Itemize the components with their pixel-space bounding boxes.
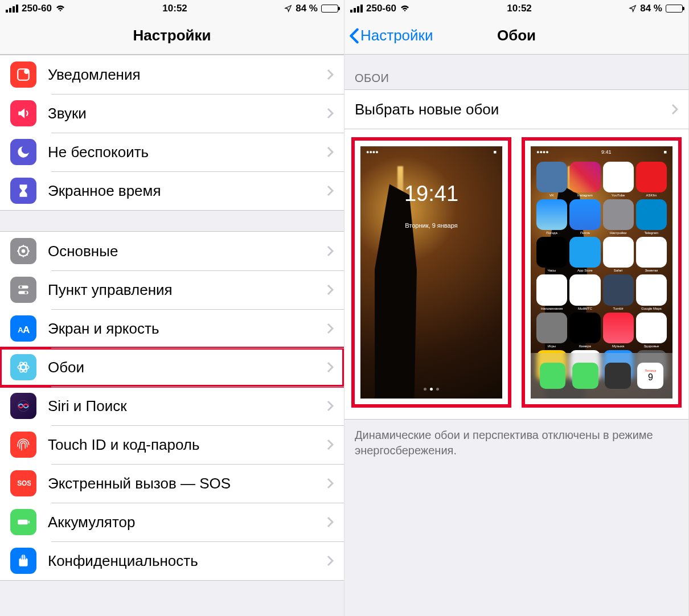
display-icon: AA [10,315,36,342]
privacy-icon [10,548,36,574]
settings-item-general[interactable]: Основные [0,232,344,270]
hs-app: Safari [603,237,634,272]
settings-item-label: Аккумулятор [48,514,327,531]
hs-app: App Store [569,237,600,272]
chevron-right-icon [327,146,334,158]
settings-item-label: Экранное время [48,182,327,200]
hs-app: Погода [536,199,567,235]
svg-text:A: A [23,324,30,335]
wallpaper-screen: 250-60 10:52 84 % Настройки Обои ОБОИ Вы… [344,0,689,616]
settings-item-notifications[interactable]: Уведомления [0,55,344,94]
sos-icon: SOS [10,470,36,496]
svg-point-3 [22,249,26,253]
chevron-right-icon [327,245,334,257]
carrier-label: 250-60 [22,3,52,14]
svg-point-1 [24,69,29,74]
hs-app: Игры [536,313,567,348]
hs-app: ASKfm [636,162,667,197]
chevron-right-icon [327,400,334,412]
svg-point-7 [24,291,27,294]
hs-app: Камера [569,313,600,348]
settings-item-label: Конфиденциальность [48,552,327,570]
settings-item-dnd[interactable]: Не беспокоить [0,133,344,171]
wallpaper-footer-note: Динамические обои и перспектива отключен… [344,420,688,463]
notifications-icon [10,61,36,88]
status-bar-right: 250-60 10:52 84 % [344,0,688,17]
wallpaper-content: ОБОИ Выбрать новые обои ●●●●■ 19:41 Втор… [344,55,688,616]
svg-rect-17 [28,521,30,523]
settings-item-screen-time[interactable]: Экранное время [0,171,344,210]
settings-item-label: Siri и Поиск [48,397,327,415]
location-icon [629,5,637,13]
wallpaper-icon [10,354,36,380]
svg-point-5 [20,286,22,288]
carrier-label: 250-60 [366,3,396,14]
settings-item-wallpaper[interactable]: Обои [0,348,344,387]
settings-item-label: Экран и яркость [48,320,327,338]
hs-app: Почта [569,199,600,235]
settings-item-sounds[interactable]: Звуки [0,94,344,133]
back-label: Настройки [360,27,433,44]
hs-app: Настройки [603,199,634,235]
nav-bar-settings: Настройки [0,17,344,55]
chevron-right-icon [327,362,334,373]
back-button[interactable]: Настройки [349,27,433,44]
lockscreen-date: Вторник, 9 января [360,222,502,229]
battery-icon [321,5,338,13]
chevron-right-icon [327,323,334,334]
signal-bars-icon [350,5,363,13]
hs-app: Напоминания [536,274,567,310]
status-time: 10:52 [507,3,531,14]
homescreen-preview[interactable]: ●●●●9:41■ VKInstagramYouTubeASKfmПогодаП… [522,137,682,408]
svg-point-11 [18,365,29,370]
control-center-icon [10,277,36,303]
lockscreen-preview[interactable]: ●●●●■ 19:41 Вторник, 9 января [351,137,511,408]
wifi-icon [400,5,410,13]
settings-item-display[interactable]: AAЭкран и яркость [0,309,344,348]
svg-text:SOS: SOS [17,479,31,487]
page-title: Настройки [133,27,211,44]
battery-pct: 84 % [296,3,318,14]
hs-app: МойМТС [569,274,600,310]
signal-bars-icon [6,5,18,13]
hs-app: VK [536,162,567,197]
settings-item-battery[interactable]: Аккумулятор [0,503,344,541]
dock-app [605,363,631,389]
dock-app [572,363,598,389]
hs-app: Здоровье [636,313,667,348]
chevron-right-icon [327,284,334,295]
settings-item-label: Звуки [48,105,327,122]
hs-app: Google Maps [636,274,667,310]
hs-app: Часы [536,237,567,272]
general-icon [10,238,36,264]
chevron-right-icon [327,185,334,196]
wallpaper-previews: ●●●●■ 19:41 Вторник, 9 января ●●●●9:41■ … [344,129,688,420]
settings-item-label: Основные [48,243,327,260]
chevron-right-icon [327,108,334,119]
settings-item-siri[interactable]: Siri и Поиск [0,387,344,425]
settings-item-privacy[interactable]: Конфиденциальность [0,541,344,580]
settings-item-control-center[interactable]: Пункт управления [0,270,344,309]
status-time: 10:52 [162,3,187,14]
hs-app: Instagram [569,162,600,197]
wifi-icon [55,5,65,13]
choose-new-wallpaper-label: Выбрать новые обои [355,101,671,118]
screen-time-icon [10,178,36,204]
settings-item-sos[interactable]: SOSЭкстренный вызов — SOS [0,464,344,503]
choose-new-wallpaper-cell[interactable]: Выбрать новые обои [344,90,688,129]
touch-id-icon [10,432,36,458]
settings-item-label: Экстренный вызов — SOS [48,475,327,492]
svg-rect-16 [18,520,27,525]
settings-item-label: Обои [48,359,327,376]
chevron-right-icon [327,439,334,450]
settings-item-label: Уведомления [48,66,327,84]
settings-item-touch-id[interactable]: Touch ID и код-пароль [0,425,344,464]
chevron-right-icon [327,478,334,489]
settings-screen: 250-60 10:52 84 % Настройки УведомленияЗ… [0,0,344,616]
dock-app: Пятница9 [637,363,663,389]
siri-icon [10,393,36,419]
chevron-right-icon [327,69,334,80]
settings-list[interactable]: УведомленияЗвукиНе беспокоитьЭкранное вр… [0,55,344,616]
settings-item-label: Touch ID и код-пароль [48,436,327,454]
battery-pct: 84 % [640,3,662,14]
